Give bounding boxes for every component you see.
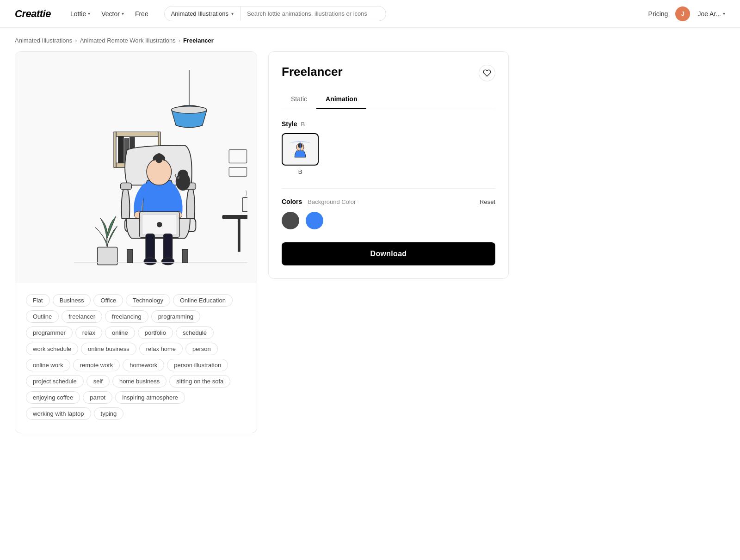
svg-rect-28 [222,215,247,219]
avatar: J [675,6,690,21]
tag[interactable]: Technology [126,294,170,307]
svg-rect-10 [229,167,247,176]
tab-animation[interactable]: Animation [316,91,366,109]
main-content: FlatBusinessOfficeTechnologyOnline Educa… [0,51,740,452]
tag[interactable]: typing [94,407,124,420]
bg-color-label: Background Color [308,198,356,205]
nav-lottie[interactable]: Lottie ▾ [66,7,95,20]
tag[interactable]: portfolio [138,326,173,339]
tag[interactable]: self [86,375,110,388]
chevron-down-icon: ▾ [88,11,90,16]
svg-rect-6 [118,136,124,163]
style-letter: B [301,121,305,128]
style-option-label-b: B [298,168,302,175]
tag[interactable]: online [105,326,135,339]
svg-rect-12 [120,183,131,190]
user-menu[interactable]: Joe Ar... ▾ [697,10,725,18]
tag[interactable]: work schedule [26,343,78,355]
header: Creattie Lottie ▾ Vector ▾ Free Animated… [0,0,740,28]
tag[interactable]: remote work [73,359,120,371]
svg-rect-32 [127,249,133,263]
breadcrumb-current: Freelancer [183,37,214,44]
tag[interactable]: Business [53,294,91,307]
svg-point-26 [178,170,188,180]
pricing-link[interactable]: Pricing [648,10,668,18]
breadcrumb-link-animated-illustrations[interactable]: Animated Illustrations [15,37,72,44]
tag[interactable]: programmer [26,326,73,339]
svg-rect-27 [238,216,240,252]
illustration-panel: FlatBusinessOfficeTechnologyOnline Educa… [15,51,257,433]
tag[interactable]: freelancer [62,310,102,323]
tag[interactable]: online business [81,343,136,355]
tag[interactable]: person illustration [167,359,228,371]
color-swatches [282,212,495,229]
tag[interactable]: online work [26,359,70,371]
tag[interactable]: Online Education [173,294,233,307]
svg-point-23 [144,258,156,265]
logo[interactable]: Creattie [15,8,51,20]
tags-area: FlatBusinessOfficeTechnologyOnline Educa… [15,283,257,433]
colors-label: Colors [282,198,302,205]
tag[interactable]: schedule [176,326,214,339]
color-swatch-blue[interactable] [306,212,323,229]
search-type-selector[interactable]: Animated Illustrations ▾ [165,6,240,21]
svg-rect-21 [146,234,154,261]
header-right: Pricing J Joe Ar... ▾ [648,6,725,21]
tag[interactable]: sitting on the sofa [169,375,230,388]
style-label: Style B [282,120,495,128]
breadcrumb: Animated Illustrations › Animated Remote… [15,37,725,44]
breadcrumb-separator: › [75,37,77,44]
illustration-title: Freelancer [282,65,343,79]
favorite-button[interactable] [479,65,495,81]
chevron-down-icon: ▾ [122,11,124,16]
tag[interactable]: working with laptop [26,407,91,420]
tag[interactable]: Office [93,294,123,307]
style-preview-icon [286,138,314,161]
tag[interactable]: relax home [139,343,183,355]
search-input[interactable] [240,6,386,21]
svg-point-1 [172,106,207,113]
tag[interactable]: Outline [26,310,59,323]
reset-button[interactable]: Reset [480,198,495,205]
style-section: Style B [282,120,495,175]
colors-section: Colors Background Color Reset [282,198,495,229]
tag[interactable]: freelancing [105,310,148,323]
svg-rect-30 [98,247,117,265]
tag[interactable]: home business [112,375,166,388]
tag[interactable]: programming [151,310,201,323]
tag[interactable]: Flat [26,294,50,307]
breadcrumb-link-remote-work[interactable]: Animated Remote Work Illustrations [80,37,176,44]
tab-static[interactable]: Static [282,91,316,109]
tag[interactable]: inspiring atmosphere [115,391,185,404]
search-container: Animated Illustrations ▾ [164,6,386,21]
svg-rect-33 [183,249,188,263]
breadcrumb-separator: › [179,37,180,44]
svg-point-15 [155,156,162,163]
tag[interactable]: enjoying coffee [26,391,80,404]
nav-free[interactable]: Free [130,7,153,20]
tag[interactable]: relax [75,326,102,339]
tag[interactable]: person [185,343,218,355]
tag[interactable]: parrot [83,391,112,404]
svg-rect-4 [114,132,116,167]
tag[interactable]: project schedule [26,375,84,388]
tabs: Static Animation [282,91,495,109]
illustration-image [25,61,247,274]
svg-rect-3 [116,132,158,136]
svg-rect-29 [242,197,247,212]
detail-panel: Freelancer Static Animation Style B [268,51,509,279]
detail-header: Freelancer [282,65,495,81]
style-thumb-b [282,133,319,166]
download-button[interactable]: Download [282,242,495,265]
svg-rect-9 [229,150,247,163]
svg-rect-22 [163,234,172,261]
divider [282,188,495,189]
breadcrumb-area: Animated Illustrations › Animated Remote… [0,28,740,51]
chevron-down-icon: ▾ [231,11,234,16]
color-swatch-dark[interactable] [282,212,299,229]
tags-container: FlatBusinessOfficeTechnologyOnline Educa… [25,292,247,422]
illustration-area [15,52,257,283]
tag[interactable]: homework [123,359,164,371]
style-option-b[interactable]: B [282,133,319,175]
nav-vector[interactable]: Vector ▾ [97,7,129,20]
